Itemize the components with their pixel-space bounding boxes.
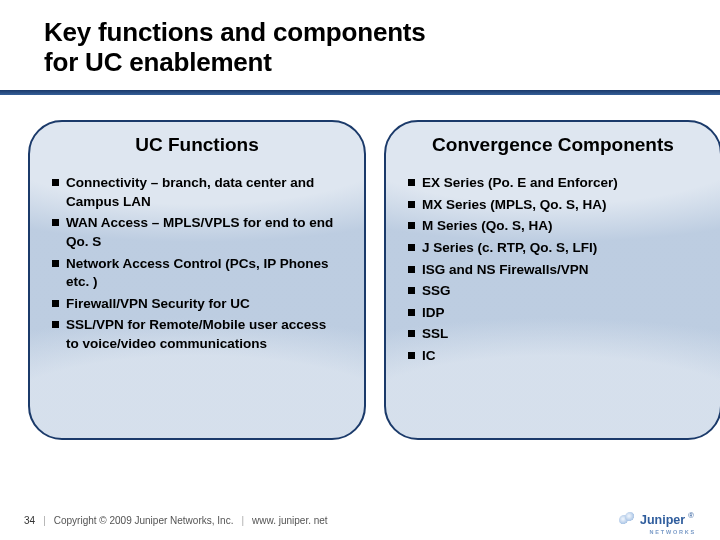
logo-subtext: NETWORKS [650,529,696,535]
registered-mark: ® [688,511,694,520]
list-item: Connectivity – branch, data center and C… [52,174,342,211]
footer-separator: | [241,515,244,526]
left-list: Connectivity – branch, data center and C… [52,174,342,354]
body: UC Functions Connectivity – branch, data… [0,120,720,440]
title-line-1: Key functions and components [44,17,426,47]
list-item: M Series (Qo. S, HA) [408,217,698,236]
footer: 34 | Copyright © 2009 Juniper Networks, … [0,512,720,528]
list-item: MX Series (MPLS, Qo. S, HA) [408,196,698,215]
title-line-2: for UC enablement [44,47,272,77]
right-list: EX Series (Po. E and Enforcer) MX Series… [408,174,698,366]
list-item: WAN Access – MPLS/VPLS for end to end Qo… [52,214,342,251]
list-item: EX Series (Po. E and Enforcer) [408,174,698,193]
title-underline [0,90,720,95]
slide: Key functions and components for UC enab… [0,0,720,540]
footer-separator: | [43,515,46,526]
left-card-heading: UC Functions [30,134,364,156]
list-item: IC [408,347,698,366]
list-item: Firewall/VPN Security for UC [52,295,342,314]
copyright-text: Copyright © 2009 Juniper Networks, Inc. [54,515,234,526]
logo-text: Juniper [640,513,685,527]
footer-url: www. juniper. net [252,515,328,526]
juniper-leaf-icon [619,512,635,528]
list-item: Network Access Control (PCs, IP Phones e… [52,255,342,292]
list-item: SSL/VPN for Remote/Mobile user access to… [52,316,342,353]
list-item: SSG [408,282,698,301]
left-card: UC Functions Connectivity – branch, data… [28,120,366,440]
slide-title: Key functions and components for UC enab… [0,0,720,84]
right-card-heading: Convergence Components [386,134,720,156]
page-number: 34 [24,515,35,526]
list-item: J Series (c. RTP, Qo. S, LFI) [408,239,698,258]
list-item: IDP [408,304,698,323]
juniper-logo: Juniper ® NETWORKS [619,512,696,528]
right-card: Convergence Components EX Series (Po. E … [384,120,720,440]
list-item: ISG and NS Firewalls/VPN [408,261,698,280]
list-item: SSL [408,325,698,344]
